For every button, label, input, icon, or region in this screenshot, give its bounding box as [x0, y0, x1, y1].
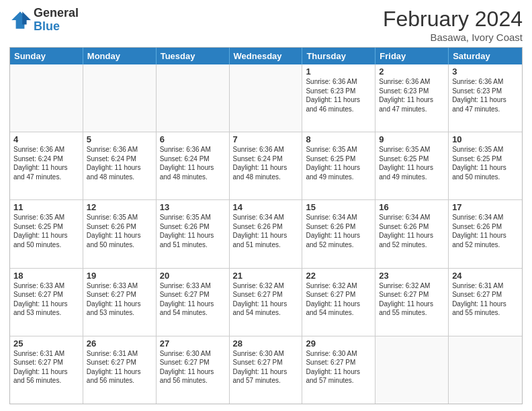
logo-general-label: General	[34, 7, 79, 20]
calendar-cell: 10Sunrise: 6:35 AM Sunset: 6:25 PM Dayli…	[449, 132, 522, 199]
calendar-cell: 8Sunrise: 6:35 AM Sunset: 6:25 PM Daylig…	[302, 132, 375, 199]
day-number: 29	[306, 338, 371, 349]
calendar-cell: 16Sunrise: 6:34 AM Sunset: 6:26 PM Dayli…	[375, 200, 449, 267]
location: Basawa, Ivory Coast	[383, 32, 523, 43]
day-number: 3	[452, 66, 519, 77]
calendar-cell: 17Sunrise: 6:34 AM Sunset: 6:26 PM Dayli…	[449, 200, 522, 267]
cell-text: Sunrise: 6:34 AM Sunset: 6:26 PM Dayligh…	[452, 213, 519, 249]
cell-text: Sunrise: 6:35 AM Sunset: 6:25 PM Dayligh…	[452, 145, 519, 181]
day-number: 15	[306, 202, 371, 212]
calendar-cell: 23Sunrise: 6:32 AM Sunset: 6:27 PM Dayli…	[375, 269, 449, 336]
cell-text: Sunrise: 6:33 AM Sunset: 6:27 PM Dayligh…	[87, 281, 152, 318]
cell-text: Sunrise: 6:35 AM Sunset: 6:26 PM Dayligh…	[160, 213, 226, 249]
cell-text: Sunrise: 6:34 AM Sunset: 6:26 PM Dayligh…	[379, 213, 445, 249]
calendar-cell: 22Sunrise: 6:32 AM Sunset: 6:27 PM Dayli…	[302, 269, 375, 336]
day-number: 28	[233, 338, 299, 349]
day-number: 17	[452, 202, 519, 212]
calendar-row: 1Sunrise: 6:36 AM Sunset: 6:23 PM Daylig…	[10, 64, 522, 132]
calendar-cell: 24Sunrise: 6:31 AM Sunset: 6:27 PM Dayli…	[449, 269, 522, 336]
calendar-cell	[83, 64, 157, 132]
calendar-header-cell: Thursday	[302, 48, 375, 64]
calendar-cell: 14Sunrise: 6:34 AM Sunset: 6:26 PM Dayli…	[230, 200, 303, 267]
cell-text: Sunrise: 6:36 AM Sunset: 6:24 PM Dayligh…	[87, 145, 152, 181]
day-number: 26	[87, 338, 152, 349]
cell-text: Sunrise: 6:36 AM Sunset: 6:23 PM Dayligh…	[379, 77, 445, 113]
day-number: 21	[233, 271, 299, 281]
day-number: 14	[233, 202, 299, 212]
title-block: February 2024 Basawa, Ivory Coast	[383, 7, 523, 43]
calendar-cell: 15Sunrise: 6:34 AM Sunset: 6:26 PM Dayli…	[302, 200, 375, 267]
day-number: 16	[379, 202, 445, 212]
cell-text: Sunrise: 6:33 AM Sunset: 6:27 PM Dayligh…	[160, 281, 226, 318]
cell-text: Sunrise: 6:36 AM Sunset: 6:24 PM Dayligh…	[13, 145, 79, 181]
day-number: 20	[160, 271, 226, 281]
day-number: 8	[306, 134, 371, 144]
day-number: 27	[160, 338, 226, 349]
day-number: 9	[379, 134, 445, 144]
calendar-body: 1Sunrise: 6:36 AM Sunset: 6:23 PM Daylig…	[10, 64, 522, 404]
day-number: 25	[13, 338, 79, 349]
cell-text: Sunrise: 6:35 AM Sunset: 6:25 PM Dayligh…	[379, 145, 445, 181]
cell-text: Sunrise: 6:35 AM Sunset: 6:25 PM Dayligh…	[306, 145, 371, 181]
calendar-cell	[230, 64, 303, 132]
calendar-header-cell: Monday	[83, 48, 157, 64]
cell-text: Sunrise: 6:30 AM Sunset: 6:27 PM Dayligh…	[306, 349, 371, 385]
day-number: 19	[87, 271, 152, 281]
svg-marker-1	[22, 11, 31, 24]
calendar-header-row: SundayMondayTuesdayWednesdayThursdayFrid…	[10, 48, 522, 64]
month-year: February 2024	[383, 7, 523, 32]
calendar-cell: 5Sunrise: 6:36 AM Sunset: 6:24 PM Daylig…	[83, 132, 157, 199]
calendar-row: 11Sunrise: 6:35 AM Sunset: 6:25 PM Dayli…	[10, 199, 522, 267]
calendar-cell: 18Sunrise: 6:33 AM Sunset: 6:27 PM Dayli…	[10, 269, 83, 336]
calendar-cell: 20Sunrise: 6:33 AM Sunset: 6:27 PM Dayli…	[157, 269, 230, 336]
day-number: 22	[306, 271, 371, 281]
calendar-row: 18Sunrise: 6:33 AM Sunset: 6:27 PM Dayli…	[10, 268, 522, 336]
day-number: 7	[233, 134, 299, 144]
calendar-cell: 12Sunrise: 6:35 AM Sunset: 6:26 PM Dayli…	[83, 200, 157, 267]
day-number: 13	[160, 202, 226, 212]
logo-icon	[9, 9, 31, 31]
logo-text: General Blue	[34, 7, 79, 34]
cell-text: Sunrise: 6:36 AM Sunset: 6:24 PM Dayligh…	[160, 145, 226, 181]
calendar-cell: 28Sunrise: 6:30 AM Sunset: 6:27 PM Dayli…	[230, 336, 303, 404]
calendar-cell: 13Sunrise: 6:35 AM Sunset: 6:26 PM Dayli…	[157, 200, 230, 267]
day-number: 4	[13, 134, 79, 144]
calendar-cell: 21Sunrise: 6:32 AM Sunset: 6:27 PM Dayli…	[230, 269, 303, 336]
cell-text: Sunrise: 6:35 AM Sunset: 6:26 PM Dayligh…	[87, 213, 152, 249]
calendar-cell	[375, 336, 449, 404]
day-number: 12	[87, 202, 152, 212]
day-number: 1	[306, 66, 371, 77]
cell-text: Sunrise: 6:32 AM Sunset: 6:27 PM Dayligh…	[233, 281, 299, 318]
cell-text: Sunrise: 6:30 AM Sunset: 6:27 PM Dayligh…	[160, 349, 226, 385]
calendar-cell: 7Sunrise: 6:36 AM Sunset: 6:24 PM Daylig…	[230, 132, 303, 199]
calendar-row: 4Sunrise: 6:36 AM Sunset: 6:24 PM Daylig…	[10, 132, 522, 199]
calendar-cell	[449, 336, 522, 404]
cell-text: Sunrise: 6:32 AM Sunset: 6:27 PM Dayligh…	[306, 281, 371, 318]
calendar-cell: 1Sunrise: 6:36 AM Sunset: 6:23 PM Daylig…	[302, 64, 375, 132]
cell-text: Sunrise: 6:30 AM Sunset: 6:27 PM Dayligh…	[233, 349, 299, 385]
day-number: 24	[452, 271, 519, 281]
cell-text: Sunrise: 6:36 AM Sunset: 6:24 PM Dayligh…	[233, 145, 299, 181]
calendar-cell: 19Sunrise: 6:33 AM Sunset: 6:27 PM Dayli…	[83, 269, 157, 336]
calendar-cell: 11Sunrise: 6:35 AM Sunset: 6:25 PM Dayli…	[10, 200, 83, 267]
cell-text: Sunrise: 6:31 AM Sunset: 6:27 PM Dayligh…	[87, 349, 152, 385]
calendar-cell: 6Sunrise: 6:36 AM Sunset: 6:24 PM Daylig…	[157, 132, 230, 199]
calendar-row: 25Sunrise: 6:31 AM Sunset: 6:27 PM Dayli…	[10, 336, 522, 404]
calendar-cell: 3Sunrise: 6:36 AM Sunset: 6:23 PM Daylig…	[449, 64, 522, 132]
cell-text: Sunrise: 6:31 AM Sunset: 6:27 PM Dayligh…	[13, 349, 79, 385]
cell-text: Sunrise: 6:35 AM Sunset: 6:25 PM Dayligh…	[13, 213, 79, 249]
page: General Blue February 2024 Basawa, Ivory…	[0, 0, 532, 411]
header: General Blue February 2024 Basawa, Ivory…	[9, 7, 523, 43]
day-number: 18	[13, 271, 79, 281]
day-number: 10	[452, 134, 519, 144]
calendar-cell	[157, 64, 230, 132]
day-number: 2	[379, 66, 445, 77]
day-number: 11	[13, 202, 79, 212]
calendar-header-cell: Wednesday	[230, 48, 303, 64]
day-number: 23	[379, 271, 445, 281]
calendar-cell	[10, 64, 83, 132]
calendar-cell: 27Sunrise: 6:30 AM Sunset: 6:27 PM Dayli…	[157, 336, 230, 404]
calendar-cell: 29Sunrise: 6:30 AM Sunset: 6:27 PM Dayli…	[302, 336, 375, 404]
calendar-cell: 2Sunrise: 6:36 AM Sunset: 6:23 PM Daylig…	[375, 64, 449, 132]
cell-text: Sunrise: 6:36 AM Sunset: 6:23 PM Dayligh…	[452, 77, 519, 113]
